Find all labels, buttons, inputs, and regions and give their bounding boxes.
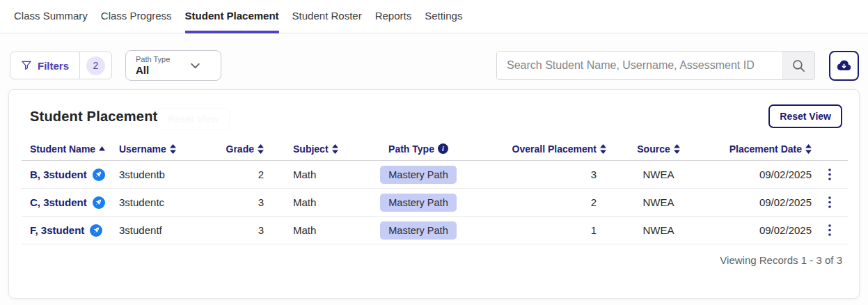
username-cell: 3studentb <box>119 169 222 180</box>
tab-settings[interactable]: Settings <box>425 10 462 33</box>
source-cell: NWEA <box>606 224 711 236</box>
grade-cell: 2 <box>222 169 264 180</box>
source-cell: NWEA <box>606 196 711 208</box>
path-type-badge: Mastery Path <box>380 166 456 184</box>
subject-cell: Math <box>264 169 356 180</box>
student-placement-panel: Student Placement Reset View Reset View … <box>8 89 860 299</box>
column-header-overall-placement[interactable]: Overall Placement <box>481 143 606 155</box>
column-label: Overall Placement <box>512 143 597 155</box>
sort-icon <box>332 144 338 154</box>
row-actions-menu-button[interactable] <box>812 224 848 236</box>
source-cell: NWEA <box>606 169 711 180</box>
column-header-source[interactable]: Source <box>606 143 711 155</box>
tab-reports[interactable]: Reports <box>375 10 412 33</box>
grade-cell: 3 <box>222 196 264 208</box>
rocket-icon[interactable] <box>93 196 105 209</box>
column-label: Placement Date <box>729 143 802 155</box>
column-label: Source <box>637 143 670 155</box>
filters-count-section[interactable]: 2 <box>80 52 111 79</box>
rocket-icon[interactable] <box>90 224 102 237</box>
search-icon <box>791 58 806 73</box>
overall-placement-cell: 1 <box>481 224 606 236</box>
student-placement-table: Student Name Username Grade <box>22 137 848 266</box>
path-type-badge: Mastery Path <box>380 194 456 212</box>
search-box <box>496 51 815 80</box>
tab-class-summary[interactable]: Class Summary <box>14 10 88 33</box>
chevron-down-icon <box>189 60 201 72</box>
kebab-icon <box>828 224 831 236</box>
column-header-subject[interactable]: Subject <box>264 143 356 155</box>
column-label: Grade <box>226 143 254 155</box>
panel-header: Student Placement Reset View <box>22 90 846 137</box>
placement-date-cell: 09/02/2025 <box>711 169 812 180</box>
kebab-icon <box>828 169 831 180</box>
sort-icon <box>258 144 264 154</box>
filters-label: Filters <box>38 60 69 72</box>
placement-date-cell: 09/02/2025 <box>711 224 812 236</box>
tab-student-placement[interactable]: Student Placement <box>185 10 279 33</box>
column-header-placement-date[interactable]: Placement Date <box>711 143 812 155</box>
path-type-dropdown[interactable]: Path Type All <box>125 50 221 81</box>
search-input[interactable] <box>497 52 782 79</box>
info-icon[interactable]: i <box>438 143 448 154</box>
search-button[interactable] <box>782 52 814 79</box>
column-header-student-name[interactable]: Student Name <box>22 143 119 155</box>
filter-funnel-icon <box>21 60 32 71</box>
path-type-selected-value: All <box>136 64 170 76</box>
toolbar: Filters 2 Path Type All <box>10 50 859 81</box>
sort-icon <box>674 144 680 154</box>
filters-button[interactable]: Filters 2 <box>10 52 112 79</box>
table-row: C, 3student 3studentc 3 Math Mastery Pat… <box>22 189 848 217</box>
tab-bar: Class Summary Class Progress Student Pla… <box>0 0 868 33</box>
column-label: Username <box>119 143 166 155</box>
row-actions-menu-button[interactable] <box>812 169 848 180</box>
filters-count-badge: 2 <box>86 56 105 75</box>
cloud-download-icon <box>835 57 853 75</box>
reset-view-button[interactable]: Reset View <box>768 104 842 128</box>
sort-icon <box>805 144 812 154</box>
path-type-label: Path Type <box>136 55 170 64</box>
column-header-username[interactable]: Username <box>119 143 222 155</box>
username-cell: 3studentc <box>119 196 222 208</box>
filters-button-main[interactable]: Filters <box>10 52 79 79</box>
column-header-path-type[interactable]: Path Type i <box>356 143 481 155</box>
table-header-row: Student Name Username Grade <box>22 137 848 161</box>
sort-ascending-icon <box>99 146 105 151</box>
overall-placement-cell: 2 <box>481 196 606 208</box>
panel-title: Student Placement <box>30 109 157 125</box>
overall-placement-cell: 3 <box>481 169 606 180</box>
tab-class-progress[interactable]: Class Progress <box>101 10 172 33</box>
sort-icon <box>600 144 606 154</box>
student-name-link[interactable]: B, 3student <box>30 169 87 180</box>
grade-cell: 3 <box>222 224 264 236</box>
table-row: B, 3student 3studentb 2 Math Mastery Pat… <box>22 161 848 189</box>
column-label: Path Type <box>388 143 434 155</box>
rocket-icon[interactable] <box>93 169 105 181</box>
student-name-link[interactable]: C, 3student <box>30 196 87 208</box>
subject-cell: Math <box>264 196 356 208</box>
row-actions-menu-button[interactable] <box>812 196 848 208</box>
kebab-icon <box>828 196 831 208</box>
path-type-badge: Mastery Path <box>380 221 456 240</box>
username-cell: 3studentf <box>119 224 222 236</box>
column-header-grade[interactable]: Grade <box>222 143 264 155</box>
tab-student-roster[interactable]: Student Roster <box>292 10 362 33</box>
column-label: Student Name <box>30 143 95 155</box>
records-count-text: Viewing Records 1 - 3 of 3 <box>22 244 848 266</box>
column-label: Subject <box>293 143 329 155</box>
sort-icon <box>170 144 176 154</box>
table-row: F, 3student 3studentf 3 Math Mastery Pat… <box>22 217 848 244</box>
download-button[interactable] <box>829 51 859 81</box>
placement-date-cell: 09/02/2025 <box>711 196 812 208</box>
student-name-link[interactable]: F, 3student <box>30 224 84 236</box>
subject-cell: Math <box>264 224 356 236</box>
